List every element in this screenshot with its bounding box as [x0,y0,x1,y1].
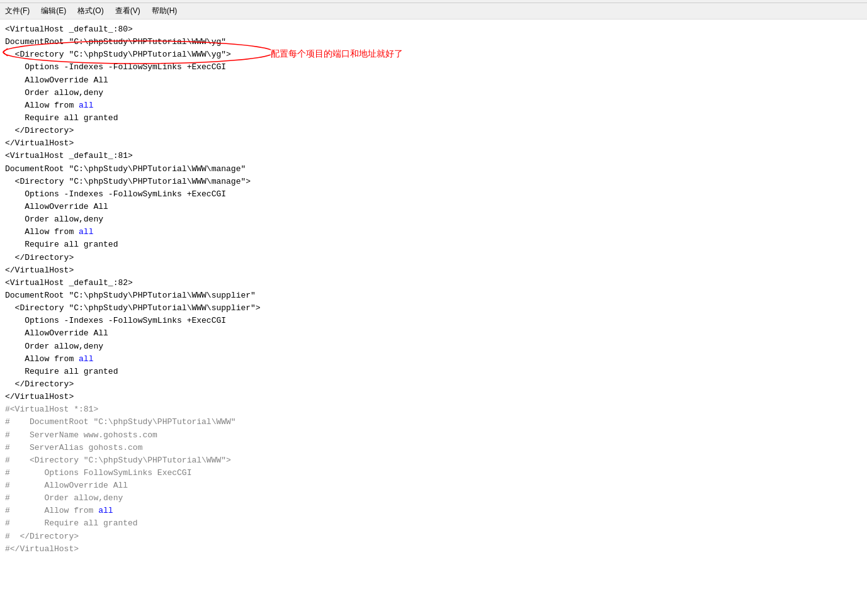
menu-item[interactable]: 帮助(H) [149,4,180,18]
code-line: # Order allow,deny [5,492,862,505]
annotation-text: 配置每个项目的端口和地址就好了 [271,47,403,61]
code-line: #</VirtualHost> [5,543,862,556]
code-line: </Directory> [5,252,862,264]
code-line: #<VirtualHost *:81> [5,403,862,416]
code-line: </Directory> [5,125,862,137]
code-line: Require all granted [5,238,862,251]
code-line: AllowOverride All [5,201,862,213]
code-line: </Directory> [5,378,862,391]
code-line: # ServerAlias gohosts.com [5,442,862,454]
menu-item[interactable]: 编辑(E) [38,4,69,18]
code-line: </VirtualHost> [5,391,862,403]
content-area: <VirtualHost _default_:80>DocumentRoot "… [0,20,867,559]
menu-item[interactable]: 查看(V) [113,4,143,18]
code-line: Allow from all [5,353,862,366]
code-line: # AllowOverride All [5,479,862,492]
code-line: # </Directory> [5,530,862,543]
code-line: # Allow from all [5,505,862,517]
code-line: <VirtualHost _default_:81> [5,150,862,162]
code-line: # <Directory "C:\phpStudy\PHPTutorial\WW… [5,454,862,467]
code-line: Allow from all [5,226,862,238]
code-line: <Directory "C:\phpStudy\PHPTutorial\WWW\… [5,176,862,188]
code-line: Order allow,deny [5,340,862,353]
code-line: AllowOverride All [5,74,862,87]
code-line: DocumentRoot "C:\phpStudy\PHPTutorial\WW… [5,36,862,48]
code-line: # ServerName www.gohosts.com [5,429,862,442]
code-line: Options -Indexes -FollowSymLinks +ExecCG… [5,61,862,74]
code-line: <Directory "C:\phpStudy\PHPTutorial\WWW\… [5,302,862,315]
code-line: <VirtualHost _default_:82> [5,277,862,289]
code-line: # Require all granted [5,517,862,530]
code-line: Require all granted [5,112,862,125]
code-line: Allow from all [5,99,862,112]
code-line: <VirtualHost _default_:80> [5,23,862,36]
menu-bar: 文件(F)编辑(E)格式(O)查看(V)帮助(H) [0,3,867,20]
code-line: # DocumentRoot "C:\phpStudy\PHPTutorial\… [5,416,862,428]
code-line: </VirtualHost> [5,264,862,277]
code-line: AllowOverride All [5,327,862,340]
menu-item[interactable]: 格式(O) [75,4,106,18]
code-line: </VirtualHost> [5,137,862,150]
code-line: Order allow,deny [5,87,862,99]
menu-item[interactable]: 文件(F) [3,4,32,18]
code-line: Options -Indexes -FollowSymLinks +ExecCG… [5,315,862,327]
code-line: DocumentRoot "C:\phpStudy\PHPTutorial\WW… [5,289,862,302]
code-line: <Directory "C:\phpStudy\PHPTutorial\WWW\… [5,48,862,61]
code-line: # Options FollowSymLinks ExecCGI [5,467,862,479]
code-line: Require all granted [5,366,862,378]
code-line: Order allow,deny [5,213,862,226]
code-line: DocumentRoot "C:\phpStudy\PHPTutorial\WW… [5,163,862,176]
code-line: Options -Indexes -FollowSymLinks +ExecCG… [5,188,862,201]
